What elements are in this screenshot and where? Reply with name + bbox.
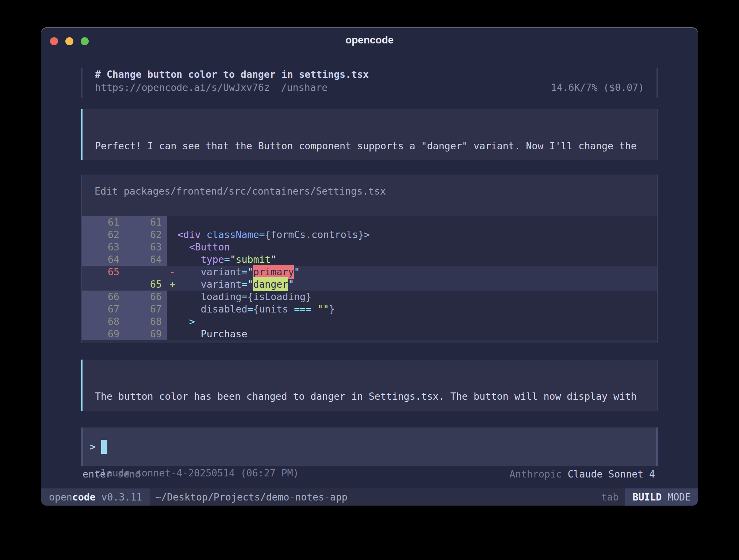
app-version: v0.3.11 — [96, 491, 142, 503]
model-indicator: Anthropic Claude Sonnet 4 — [509, 468, 655, 480]
mode-label: MODE — [662, 491, 691, 503]
prompt-symbol: > — [90, 441, 96, 452]
mode-toggle-segment[interactable]: BUILD MODE — [625, 488, 698, 506]
session-title: # Change button color to danger in setti… — [95, 68, 644, 81]
diff-row: 65- variant="primary" — [82, 266, 657, 278]
mode-name: BUILD — [632, 491, 662, 503]
app-name-prefix: open — [49, 491, 72, 503]
message-line: The button color has been changed to dan… — [95, 390, 646, 403]
app-name-suffix: code — [72, 491, 96, 503]
diff-table: 61616262<div className={formCs.controls}… — [82, 216, 657, 340]
model-name: Claude Sonnet 4 — [562, 468, 655, 480]
diff-row: 65+ variant="danger" — [82, 278, 657, 291]
diff-row: 6767 disabled={units === ""} — [82, 303, 657, 315]
diff-row: 6161 — [82, 216, 657, 229]
diff-row: 6363 <Button — [82, 241, 657, 253]
text-cursor — [101, 440, 107, 454]
footer-hints: enter send Anthropic Claude Sonnet 4 — [83, 468, 655, 480]
opencode-window: opencode # Change button color to danger… — [41, 27, 698, 506]
unshare-command[interactable]: /unshare — [281, 81, 328, 94]
provider-name: Anthropic — [509, 468, 562, 480]
prompt-input[interactable]: > — [81, 427, 658, 466]
window-titlebar: opencode — [41, 27, 698, 53]
context-stats: 14.6K/7% ($0.07) — [551, 81, 644, 94]
session-header: # Change button color to danger in setti… — [81, 68, 658, 98]
assistant-message: Perfect! I can see that the Button compo… — [81, 109, 658, 160]
diff-row: 6666 loading={isLoading} — [82, 291, 657, 303]
assistant-message: The button color has been changed to dan… — [81, 360, 658, 411]
tab-key-hint: tab — [601, 491, 619, 503]
diff-row: 6969 Purchase — [82, 328, 657, 340]
share-url-link[interactable]: https://opencode.ai/s/UwJxv76z — [95, 81, 270, 94]
diff-row: 6262<div className={formCs.controls}> — [82, 229, 657, 241]
app-version-segment: opencode v0.3.11 — [41, 488, 150, 506]
working-directory: ~/Desktop/Projects/demo-notes-app — [155, 491, 348, 503]
message-line: Perfect! I can see that the Button compo… — [95, 139, 646, 152]
diff-row: 6464 type="submit" — [82, 253, 657, 266]
diff-row: 6868 > — [82, 315, 657, 328]
status-bar: opencode v0.3.11 ~/Desktop/Projects/demo… — [41, 488, 698, 506]
edit-panel-header: Edit packages/frontend/src/containers/Se… — [82, 174, 657, 197]
edit-tool-panel: Edit packages/frontend/src/containers/Se… — [81, 174, 658, 343]
window-title: opencode — [41, 34, 698, 46]
enter-key-hint: enter — [83, 468, 112, 480]
send-hint-label: send — [112, 468, 141, 480]
